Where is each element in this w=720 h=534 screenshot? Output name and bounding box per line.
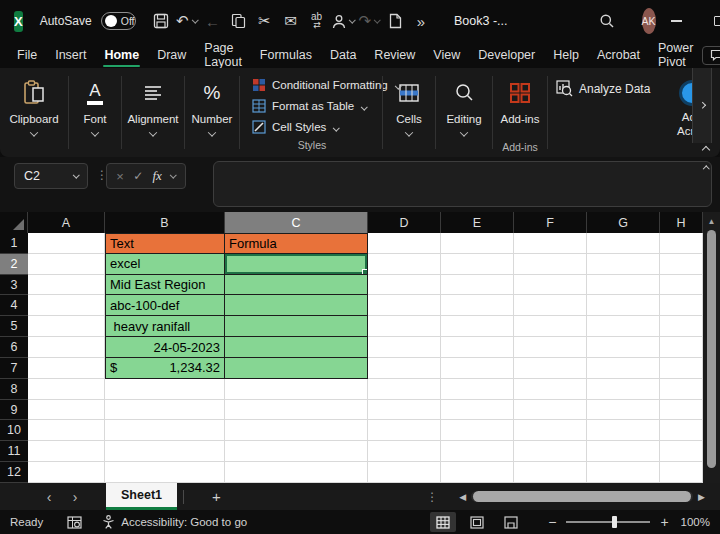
- cell-A3[interactable]: [28, 275, 105, 296]
- cell-C3[interactable]: [225, 275, 368, 296]
- cell-E8[interactable]: [441, 379, 514, 400]
- cell-H8[interactable]: [660, 379, 703, 400]
- horizontal-scroll-track[interactable]: [471, 491, 693, 502]
- cell-E10[interactable]: [441, 420, 514, 441]
- normal-view-button[interactable]: [430, 512, 456, 532]
- insert-function-button[interactable]: fx: [153, 168, 162, 184]
- name-box-dropdown-icon[interactable]: [73, 171, 79, 177]
- tab-formulas[interactable]: Formulas: [251, 42, 321, 68]
- cell-E12[interactable]: [441, 462, 514, 483]
- enter-entry-button[interactable]: ✓: [133, 169, 143, 183]
- format-as-table-button[interactable]: Format as Table: [252, 95, 367, 116]
- function-dropdown-icon[interactable]: [170, 171, 176, 177]
- cell-A7[interactable]: [28, 358, 105, 379]
- maximize-button[interactable]: [698, 0, 720, 42]
- cell-D8[interactable]: [368, 379, 441, 400]
- page-layout-view-button[interactable]: [464, 512, 490, 532]
- cell-B3[interactable]: Mid East Region: [105, 275, 225, 296]
- new-sheet-button[interactable]: +: [212, 488, 221, 505]
- tab-view[interactable]: View: [424, 42, 469, 68]
- font-group-button[interactable]: A Font: [69, 68, 121, 157]
- column-header-D[interactable]: D: [368, 212, 441, 233]
- cell-B12[interactable]: [105, 462, 225, 483]
- cell-C12[interactable]: [225, 462, 368, 483]
- cell-G6[interactable]: [587, 337, 660, 358]
- cell-E11[interactable]: [441, 441, 514, 462]
- cell-F12[interactable]: [514, 462, 587, 483]
- cell-F7[interactable]: [514, 358, 587, 379]
- toolbar-overflow-button[interactable]: »: [410, 8, 432, 34]
- cell-G1[interactable]: [587, 233, 660, 254]
- formula-input[interactable]: [213, 161, 712, 207]
- cell-D4[interactable]: [368, 295, 441, 316]
- cell-E2[interactable]: [441, 254, 514, 275]
- vertical-scroll-thumb[interactable]: [707, 230, 716, 468]
- cell-G4[interactable]: [587, 295, 660, 316]
- row-header-7[interactable]: 7: [0, 358, 28, 379]
- select-all-button[interactable]: [0, 212, 28, 233]
- tab-data[interactable]: Data: [321, 42, 365, 68]
- cell-H4[interactable]: [660, 295, 703, 316]
- cell-C5[interactable]: [225, 316, 368, 337]
- cell-F5[interactable]: [514, 316, 587, 337]
- column-header-F[interactable]: F: [514, 212, 587, 233]
- cell-D9[interactable]: [368, 400, 441, 421]
- accessibility-status[interactable]: Accessibility: Good to go: [102, 515, 247, 529]
- cell-G11[interactable]: [587, 441, 660, 462]
- cell-F6[interactable]: [514, 337, 587, 358]
- row-header-10[interactable]: 10: [0, 420, 28, 441]
- column-header-B[interactable]: B: [105, 212, 225, 233]
- alignment-group-button[interactable]: Alignment: [122, 68, 184, 157]
- undo-dropdown-icon[interactable]: [192, 16, 198, 22]
- email-button[interactable]: ✉: [280, 8, 302, 34]
- cell-F1[interactable]: [514, 233, 587, 254]
- scrollbar-resize-handle[interactable]: ⋮: [426, 490, 438, 504]
- row-header-5[interactable]: 5: [0, 316, 28, 337]
- cell-H3[interactable]: [660, 275, 703, 296]
- analyze-data-button[interactable]: Analyze Data: [556, 80, 650, 97]
- cell-G10[interactable]: [587, 420, 660, 441]
- number-group-button[interactable]: % Number: [185, 68, 239, 157]
- redo-button[interactable]: ↷: [358, 8, 380, 34]
- zoom-percentage[interactable]: 100%: [681, 516, 710, 528]
- cell-H11[interactable]: [660, 441, 703, 462]
- cell-E9[interactable]: [441, 400, 514, 421]
- zoom-in-button[interactable]: +: [660, 514, 668, 530]
- sheet-tab-sheet1[interactable]: Sheet1: [106, 483, 177, 510]
- column-header-E[interactable]: E: [441, 212, 514, 233]
- cell-styles-button[interactable]: Cell Styles: [252, 116, 339, 137]
- cell-A12[interactable]: [28, 462, 105, 483]
- tab-power-pivot[interactable]: Power Pivot: [649, 42, 702, 68]
- undo-button[interactable]: ↶: [176, 8, 198, 34]
- cell-A5[interactable]: [28, 316, 105, 337]
- minimize-button[interactable]: [656, 0, 698, 42]
- cell-F4[interactable]: [514, 295, 587, 316]
- tab-page-layout[interactable]: Page Layout: [195, 42, 251, 68]
- zoom-slider[interactable]: [566, 521, 650, 523]
- save-button[interactable]: [150, 8, 172, 34]
- cell-H5[interactable]: [660, 316, 703, 337]
- cell-F8[interactable]: [514, 379, 587, 400]
- cell-H12[interactable]: [660, 462, 703, 483]
- editing-group-button[interactable]: Editing: [436, 68, 492, 157]
- cell-H6[interactable]: [660, 337, 703, 358]
- copy-button[interactable]: [228, 8, 250, 34]
- scroll-up-icon[interactable]: ▲: [708, 212, 716, 230]
- cell-D2[interactable]: [368, 254, 441, 275]
- comments-button[interactable]: [702, 46, 720, 65]
- cell-C1[interactable]: Formula: [225, 233, 368, 254]
- ribbon-scroll-strip[interactable]: [692, 68, 712, 143]
- cell-H10[interactable]: [660, 420, 703, 441]
- clipboard-group-button[interactable]: Clipboard: [0, 68, 68, 157]
- cell-G2[interactable]: [587, 254, 660, 275]
- zoom-out-button[interactable]: −: [548, 514, 556, 530]
- cell-H9[interactable]: [660, 400, 703, 421]
- row-header-1[interactable]: 1: [0, 233, 28, 254]
- cell-A10[interactable]: [28, 420, 105, 441]
- tab-review[interactable]: Review: [365, 42, 424, 68]
- cell-C2[interactable]: [225, 254, 368, 275]
- cell-B7[interactable]: $1,234.32: [105, 358, 225, 379]
- cell-F3[interactable]: [514, 275, 587, 296]
- column-header-C[interactable]: C: [225, 212, 368, 233]
- search-button[interactable]: [596, 8, 618, 34]
